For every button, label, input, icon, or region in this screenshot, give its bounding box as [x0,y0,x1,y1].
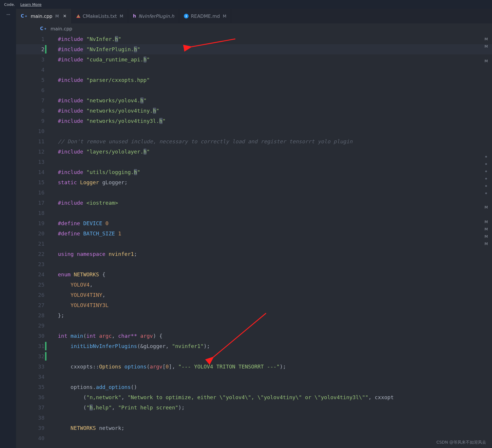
line-number: 16 [16,187,44,198]
breadcrumb[interactable]: C﹢ main.cpp [16,23,492,34]
code-line[interactable]: options.add_options() [58,382,492,392]
line-number: 27 [16,300,44,310]
code-line[interactable]: #include "cuda_runtime_api.h" [58,54,492,65]
overview-mark: M [480,227,492,234]
close-tab-icon[interactable]: ✕ [63,13,67,19]
code-line[interactable] [58,65,492,75]
line-number: 2 [16,44,44,54]
code-line[interactable] [58,208,492,218]
overview-mark [480,51,492,58]
line-number: 6 [16,85,44,95]
line-number: 20 [16,228,44,239]
code-line[interactable] [58,321,492,331]
code-line[interactable]: #include "networks/yolov4tiny.h" [58,106,492,116]
editor-tab-CMakeLists-txt[interactable]: CMakeLists.txtM [72,9,128,23]
code-line[interactable]: initLibNvInferPlugins(&gLogger, "nvinfer… [58,341,492,351]
code-line[interactable] [58,126,492,136]
line-number: 33 [16,361,44,372]
code-line[interactable]: // Don't remove unused include, necessar… [58,136,492,147]
editor-area: C﹢main.cppM✕CMakeLists.txtMhNvInferPlugi… [16,9,492,448]
code-line[interactable] [58,239,492,249]
overview-ruler[interactable]: MMMMMMMM [480,37,492,249]
code-line[interactable] [58,187,492,198]
code-line[interactable]: ("n,network", "Network to optimize, eith… [58,392,492,402]
line-number: 30 [16,331,44,341]
code-line[interactable] [58,85,492,95]
code-line[interactable]: #include "parser/cxxopts.hpp" [58,75,492,85]
code-editor[interactable]: 1234567891011121314151617181920212223242… [16,34,492,448]
code-line[interactable] [58,351,492,361]
overview-mark [480,147,492,154]
line-number: 26 [16,290,44,300]
title-bar: Code. Learn More [0,0,492,9]
code-line[interactable] [58,413,492,423]
code-line[interactable]: YOLOV4, [58,280,492,290]
code-line[interactable]: int main(int argc, char** argv) { [58,331,492,341]
code-line[interactable]: using namespace nvinfer1; [58,249,492,259]
code-line[interactable]: #define BATCH_SIZE 1 [58,228,492,239]
cpp-file-icon: C﹢ [40,26,48,32]
code-line[interactable] [58,157,492,167]
code-line[interactable]: #include "networks/yolov4tiny3l.h" [58,116,492,126]
cmake-file-icon [76,14,80,18]
code-line[interactable] [58,433,492,443]
editor-tab-NvInferPlugin-h[interactable]: hNvInferPlugin.h [128,9,179,23]
code-line[interactable]: }; [58,310,492,321]
editor-tab-README-md[interactable]: iREADME.mdM [179,9,231,23]
overview-mark [480,154,492,161]
line-number: 37 [16,402,44,413]
code-line[interactable]: YOLOV4TINY3L [58,300,492,310]
line-number: 38 [16,413,44,423]
code-line[interactable]: static Logger gLogger; [58,177,492,187]
line-number: 8 [16,106,44,116]
code-line[interactable]: #define DEVICE 0 [58,218,492,228]
line-number: 23 [16,259,44,269]
code-line[interactable]: cxxopts::Options options(argv[0], "--- Y… [58,361,492,372]
overview-mark [480,88,492,95]
line-number: 9 [16,116,44,126]
line-number: 39 [16,423,44,433]
line-number: 19 [16,218,44,228]
learn-more-link[interactable]: Learn More [20,2,42,7]
code-line[interactable]: #include "networks/yolov4.h" [58,95,492,106]
activity-bar: ··· [0,9,16,448]
overview-mark [480,139,492,146]
editor-tab-main-cpp[interactable]: C﹢main.cppM✕ [16,9,72,23]
line-number: 3 [16,54,44,65]
code-line[interactable] [58,259,492,269]
overview-mark [480,176,492,183]
overview-mark [480,161,492,168]
overview-mark [480,212,492,219]
line-number: 7 [16,95,44,106]
line-number: 1 [16,34,44,44]
line-number: 10 [16,126,44,136]
line-number: 32 [16,351,44,361]
code-line[interactable]: #include "NvInfer.h" [58,34,492,44]
code-line[interactable] [58,372,492,382]
line-number-gutter: 1234567891011121314151617181920212223242… [16,34,52,448]
line-number: 28 [16,310,44,321]
app-mode-label: Code. [4,2,15,7]
overview-mark: M [480,234,492,241]
line-number: 21 [16,239,44,249]
code-line[interactable]: #include "utils/logging.h" [58,167,492,177]
code-line[interactable]: enum NETWORKS { [58,269,492,280]
overview-mark: M [480,59,492,66]
overview-mark [480,183,492,190]
more-actions-icon[interactable]: ··· [6,11,10,18]
overview-mark [480,110,492,117]
code-content[interactable]: #include "NvInfer.h"#include "NvInferPlu… [52,34,492,448]
overview-mark [480,168,492,175]
modified-indicator: M [223,14,226,18]
tab-filename: NvInferPlugin.h [138,13,174,19]
code-line[interactable]: #include "layers/yololayer.h" [58,147,492,157]
overview-mark [480,95,492,102]
code-line[interactable]: YOLOV4TINY, [58,290,492,300]
code-line[interactable]: #include "NvInferPlugin.h" [58,44,492,54]
overview-mark: M [480,242,492,249]
code-line[interactable]: ("h,help", "Print help screen"); [58,402,492,413]
code-line[interactable]: NETWORKS network; [58,423,492,433]
line-number: 34 [16,372,44,382]
line-number: 15 [16,177,44,187]
code-line[interactable]: #include <iostream> [58,198,492,208]
